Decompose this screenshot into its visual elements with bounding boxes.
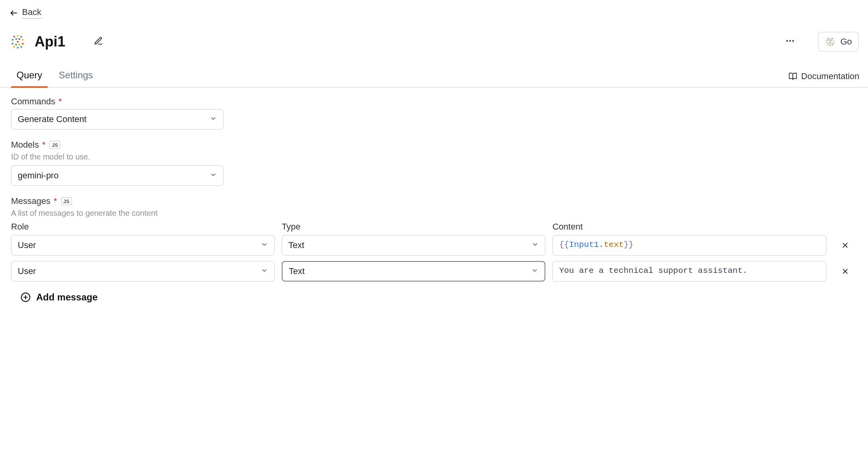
js-badge-icon: JS [61, 197, 72, 205]
svg-point-7 [22, 39, 24, 41]
chevron-down-icon [532, 240, 539, 250]
chevron-down-icon [210, 114, 217, 124]
models-selected-value: gemini-pro [18, 170, 59, 181]
chevron-down-icon [531, 266, 538, 276]
content-input[interactable]: You are a technical support assistant. [552, 261, 826, 282]
svg-point-15 [17, 41, 19, 43]
content-input[interactable]: {{Input1.text}} [552, 235, 826, 256]
messages-label: Messages* JS [11, 196, 857, 206]
svg-point-11 [22, 43, 24, 45]
provider-label: Go [840, 37, 852, 47]
tab-query[interactable]: Query [11, 64, 48, 88]
svg-point-30 [827, 44, 829, 46]
more-menu-button[interactable] [782, 33, 798, 51]
svg-point-10 [18, 44, 20, 46]
svg-point-26 [826, 43, 827, 44]
svg-point-22 [826, 40, 827, 41]
back-link[interactable]: Back [22, 7, 41, 19]
role-value: User [18, 240, 36, 250]
role-select[interactable]: User [11, 261, 275, 282]
plus-circle-icon [20, 292, 31, 302]
svg-point-3 [20, 36, 22, 38]
back-arrow-icon[interactable] [9, 9, 18, 17]
svg-point-9 [15, 44, 17, 46]
documentation-link[interactable]: Documentation [789, 71, 868, 87]
svg-point-24 [831, 39, 832, 41]
type-select[interactable]: Text [282, 261, 545, 282]
edit-name-button[interactable] [94, 36, 103, 47]
svg-point-29 [833, 43, 834, 44]
add-message-label: Add message [36, 292, 98, 303]
svg-point-19 [827, 38, 829, 39]
message-row: User Text You are a technical support as… [11, 261, 857, 282]
delete-row-button[interactable] [833, 261, 857, 282]
column-type-header: Type [282, 222, 545, 235]
commands-select[interactable]: Generate Content [11, 109, 223, 130]
type-value: Text [288, 240, 304, 250]
svg-point-13 [17, 47, 19, 49]
tab-settings[interactable]: Settings [55, 64, 101, 87]
svg-point-16 [786, 40, 788, 42]
role-value: User [18, 266, 36, 276]
svg-point-8 [12, 43, 14, 45]
svg-point-1 [13, 36, 15, 38]
message-row: User Text {{Input1.text}} [11, 235, 857, 256]
type-value: Text [289, 266, 305, 276]
svg-point-31 [829, 45, 831, 46]
svg-point-14 [20, 46, 22, 48]
column-role-header: Role [11, 222, 275, 235]
provider-logo-icon [825, 36, 836, 47]
provider-selector-button[interactable]: Go [818, 32, 859, 52]
models-select[interactable]: gemini-pro [11, 165, 223, 186]
datasource-logo-icon [9, 33, 26, 50]
commands-selected-value: Generate Content [18, 114, 87, 124]
svg-point-20 [829, 37, 831, 39]
chevron-down-icon [261, 240, 268, 250]
chevron-down-icon [261, 266, 268, 276]
svg-point-18 [792, 40, 794, 42]
commands-label: Commands* [11, 96, 857, 107]
svg-point-5 [15, 38, 17, 40]
svg-point-12 [13, 46, 15, 48]
documentation-label: Documentation [801, 71, 859, 82]
svg-point-32 [832, 44, 833, 46]
delete-row-button[interactable] [833, 235, 857, 256]
svg-point-33 [829, 41, 831, 43]
svg-point-2 [17, 35, 19, 37]
type-select[interactable]: Text [282, 235, 545, 256]
svg-point-23 [829, 39, 830, 41]
js-badge-icon: JS [49, 141, 60, 149]
svg-point-28 [831, 43, 832, 44]
svg-point-6 [18, 38, 20, 40]
models-help-text: ID of the model to use. [11, 152, 857, 161]
svg-point-25 [833, 40, 834, 41]
add-message-button[interactable]: Add message [20, 292, 857, 303]
svg-point-27 [829, 43, 830, 44]
column-content-header: Content [552, 222, 826, 235]
messages-help-text: A list of messages to generate the conte… [11, 209, 857, 218]
svg-point-17 [789, 40, 790, 42]
book-icon [789, 72, 797, 81]
api-title: Api1 [35, 33, 65, 50]
chevron-down-icon [210, 170, 217, 181]
svg-point-4 [12, 39, 14, 41]
svg-point-21 [832, 38, 833, 39]
role-select[interactable]: User [11, 235, 275, 256]
models-label: Models* JS [11, 140, 857, 150]
